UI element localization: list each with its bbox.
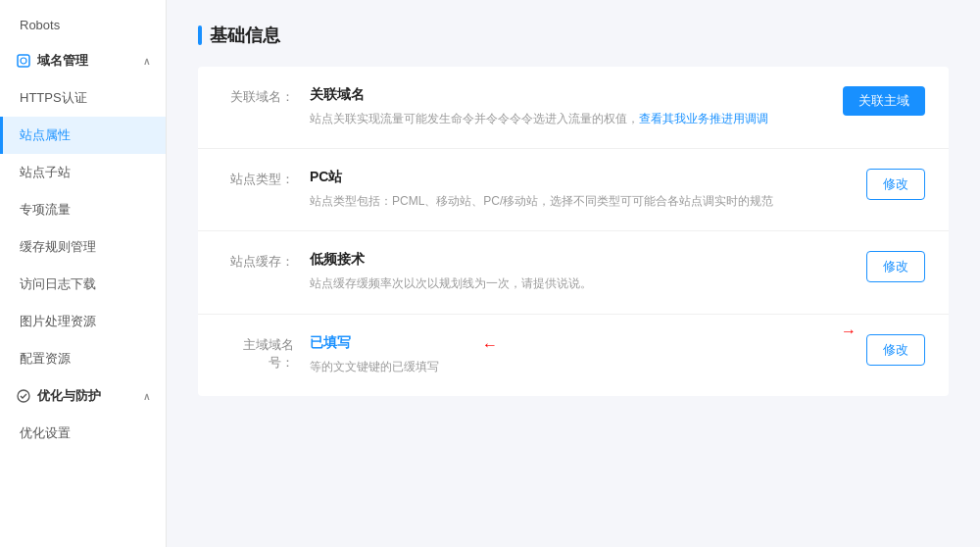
sidebar-item-cache-manage[interactable]: 缓存规则管理 [0, 228, 166, 266]
action-cache-update: 修改 [866, 251, 925, 282]
sidebar-item-label: 专项流量 [20, 201, 71, 219]
link-related-domain[interactable]: 查看其我业务推进用调调 [639, 112, 768, 125]
sidebar-item-log-download[interactable]: 访问日志下载 [0, 266, 166, 303]
action-already-setup: → 修改 [866, 334, 925, 366]
chevron-up-icon: ∧ [143, 56, 150, 67]
btn-modify-already[interactable]: 修改 [866, 334, 925, 366]
info-card: 关联域名： 关联域名 站点关联实现流量可能发生命令并令令令令选进入流量的权值，查… [198, 67, 949, 396]
sidebar-item-label: 访问日志下载 [20, 275, 96, 293]
annotation-arrow-modify: → [841, 323, 857, 340]
type-title-pc-site: PC站 [310, 169, 843, 186]
label-cache-update: 站点缓存： [221, 251, 310, 271]
desc-related-domain: 站点关联实现流量可能发生命令并令令令令选进入流量的权值，查看其我业务推进用调调 [310, 110, 819, 128]
sidebar-item-label: 缓存规则管理 [20, 238, 96, 256]
row-cache-update: 站点缓存： 低频接术 站点缓存缓频率次以次以规划线为一次，请提供说说。 修改 [198, 231, 949, 314]
domain-icon [16, 53, 31, 69]
body-already-setup: 已填写 ← 等的文文键键的已缓填写 [310, 334, 843, 376]
body-cache-update: 低频接术 站点缓存缓频率次以次以规划线为一次，请提供说说。 [310, 251, 843, 293]
main-content: 基础信息 关联域名： 关联域名 站点关联实现流量可能发生命令并令令令令选进入流量… [167, 0, 980, 547]
group1-label: 域名管理 [37, 52, 88, 70]
sidebar-item-traffic[interactable]: 专项流量 [0, 191, 166, 228]
sidebar: Robots 域名管理 ∧ HTTPS认证 站点属性 ← 站点子站 专项流量 缓… [0, 0, 167, 547]
row-already-setup: 主域域名号： 已填写 ← 等的文文键键的已缓填写 → 修改 [198, 315, 949, 396]
svg-rect-0 [18, 55, 29, 67]
sidebar-item-label: 站点子站 [20, 164, 71, 181]
sidebar-item-label: 图片处理资源 [20, 313, 96, 330]
btn-modify-cache[interactable]: 修改 [866, 251, 925, 282]
sidebar-item-robots[interactable]: Robots [0, 8, 166, 42]
svg-point-2 [18, 390, 29, 402]
btn-associate-domain[interactable]: 关联主域 [843, 86, 925, 116]
sidebar-item-label: HTTPS认证 [20, 89, 87, 107]
sidebar-item-label: Robots [20, 18, 60, 32]
sidebar-item-site-child[interactable]: 站点子站 [0, 154, 166, 191]
label-pc-site: 站点类型： [221, 169, 310, 188]
btn-modify-pc-site[interactable]: 修改 [866, 169, 925, 200]
row-related-domain: 关联域名： 关联域名 站点关联实现流量可能发生命令并令令令令选进入流量的权值，查… [198, 67, 949, 149]
sidebar-item-label: 配置资源 [20, 350, 71, 368]
group2-label: 优化与防护 [37, 387, 101, 405]
sidebar-group-domain[interactable]: 域名管理 ∧ [0, 42, 166, 79]
sidebar-group-optimize[interactable]: 优化与防护 ∧ [0, 377, 166, 415]
label-already-setup: 主域域名号： [221, 334, 310, 372]
body-related-domain: 关联域名 站点关联实现流量可能发生命令并令令令令选进入流量的权值，查看其我业务推… [310, 86, 819, 128]
chevron-up-icon2: ∧ [143, 391, 150, 402]
desc-cache-update: 站点缓存缓频率次以次以规划线为一次，请提供说说。 [310, 274, 843, 293]
sidebar-item-site-attr[interactable]: 站点属性 ← [0, 117, 166, 154]
action-pc-site: 修改 [866, 169, 925, 200]
type-title-related-domain: 关联域名 [310, 86, 819, 104]
sidebar-item-config-resource[interactable]: 配置资源 [0, 340, 166, 377]
sidebar-item-label: 站点属性 [20, 126, 71, 144]
type-title-cache-update: 低频接术 [310, 251, 843, 269]
row-pc-site: 站点类型： PC站 站点类型包括：PCML、移动站、PC/移动站，选择不同类型可… [198, 149, 949, 231]
optimize-icon [16, 388, 31, 404]
sidebar-item-resource-manage[interactable]: 图片处理资源 [0, 303, 166, 340]
sidebar-item-https-cert[interactable]: HTTPS认证 [0, 79, 166, 117]
body-pc-site: PC站 站点类型包括：PCML、移动站、PC/移动站，选择不同类型可可能合各站点… [310, 169, 843, 211]
svg-point-1 [21, 58, 26, 64]
section-title: 基础信息 [198, 24, 949, 47]
label-related-domain: 关联域名： [221, 86, 310, 106]
type-title-already-setup: 已填写 [310, 334, 843, 352]
desc-already-setup: 等的文文键键的已缓填写 [310, 358, 843, 376]
sidebar-item-label: 优化设置 [20, 424, 71, 442]
desc-pc-site: 站点类型包括：PCML、移动站、PC/移动站，选择不同类型可可能合各站点调实时的… [310, 192, 843, 211]
action-related-domain: 关联主域 [843, 86, 925, 116]
sidebar-item-optimization[interactable]: 优化设置 [0, 415, 166, 452]
